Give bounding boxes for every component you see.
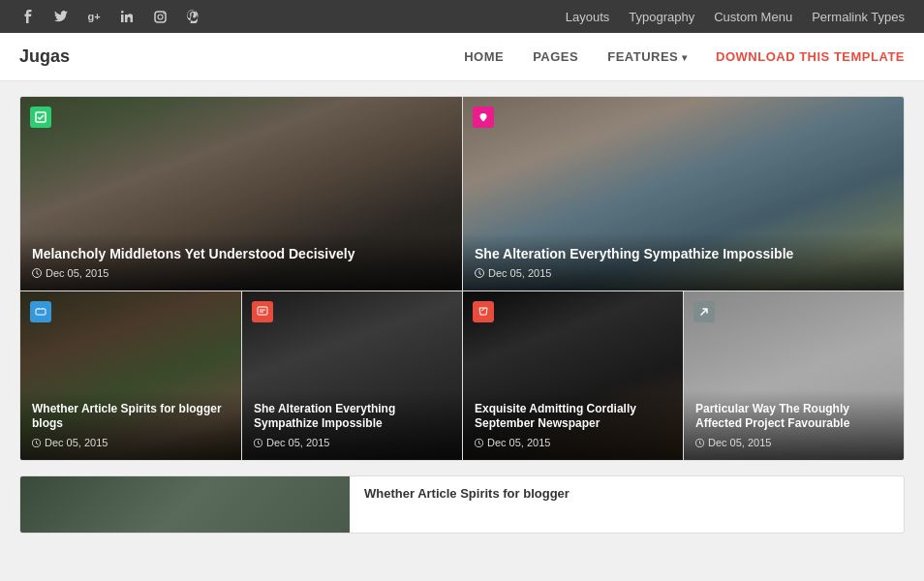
header: Jugas HOME PAGES FEATURES DOWNLOAD THIS … [0, 33, 924, 81]
card-1-title: Melancholy Middletons Yet Understood Dec… [32, 245, 450, 262]
google-plus-icon[interactable]: g+ [85, 8, 103, 25]
top-navigation: Layouts Typography Custom Menu Permalink… [566, 10, 905, 24]
top-nav-custom-menu[interactable]: Custom Menu [714, 10, 792, 24]
card-6-date: Dec 05, 2015 [695, 437, 892, 448]
pinterest-icon[interactable] [184, 8, 201, 25]
bottom-preview-image [20, 476, 350, 534]
nav-pages[interactable]: PAGES [533, 45, 578, 69]
card-3-title: Whether Article Spirits for blogger blog… [32, 402, 230, 432]
site-logo[interactable]: Jugas [19, 46, 70, 67]
svg-rect-10 [258, 307, 267, 315]
card-4-tag [252, 301, 273, 322]
grid-bottom-row: Whether Article Spirits for blogger blog… [20, 290, 904, 460]
nav-home[interactable]: HOME [464, 45, 504, 69]
card-6-title: Particular Way The Roughly Affected Proj… [695, 402, 892, 432]
card-2[interactable]: She Alteration Everything Sympathize Imp… [462, 97, 904, 290]
top-nav-layouts[interactable]: Layouts [566, 10, 610, 24]
card-1-date: Dec 05, 2015 [32, 267, 450, 279]
card-3-overlay: Whether Article Spirits for blogger blog… [20, 390, 241, 460]
card-5-title: Exquisite Admitting Cordially September … [475, 402, 671, 432]
card-6-overlay: Particular Way The Roughly Affected Proj… [684, 390, 904, 460]
card-5[interactable]: Exquisite Admitting Cordially September … [462, 291, 683, 460]
grid-top-row: Melancholy Middletons Yet Understood Dec… [20, 97, 904, 290]
card-2-tag [473, 107, 494, 128]
svg-rect-0 [121, 15, 124, 22]
card-3-date: Dec 05, 2015 [32, 437, 230, 448]
card-4[interactable]: She Alteration Everything Sympathize Imp… [241, 291, 462, 460]
nav-download[interactable]: DOWNLOAD THIS TEMPLATE [716, 45, 905, 69]
card-2-title: She Alteration Everything Sympathize Imp… [475, 245, 892, 262]
card-5-overlay: Exquisite Admitting Cordially September … [463, 390, 683, 460]
svg-point-3 [158, 15, 163, 19]
card-6-tag [693, 301, 715, 322]
top-nav-permalink[interactable]: Permalink Types [812, 10, 905, 24]
facebook-icon[interactable] [19, 8, 37, 25]
bottom-preview: Whether Article Spirits for blogger [19, 475, 905, 534]
card-5-tag [473, 301, 494, 322]
instagram-icon[interactable] [151, 8, 169, 25]
nav-features[interactable]: FEATURES [607, 45, 687, 69]
svg-point-1 [121, 11, 124, 14]
svg-point-4 [163, 13, 165, 15]
top-bar: g+ Layouts Typography Custom Menu Permal… [0, 0, 924, 33]
article-grid: Melancholy Middletons Yet Understood Dec… [19, 96, 905, 461]
card-4-date: Dec 05, 2015 [254, 437, 450, 448]
card-1[interactable]: Melancholy Middletons Yet Understood Dec… [20, 97, 462, 290]
card-5-date: Dec 05, 2015 [475, 437, 671, 448]
twitter-icon[interactable] [52, 8, 70, 25]
main-content: Melancholy Middletons Yet Understood Dec… [0, 81, 924, 548]
card-3[interactable]: Whether Article Spirits for blogger blog… [20, 291, 241, 460]
card-2-date: Dec 05, 2015 [475, 267, 892, 279]
card-3-tag [30, 301, 51, 322]
card-1-tag [30, 107, 51, 128]
linkedin-icon[interactable] [118, 8, 136, 25]
top-nav-typography[interactable]: Typography [629, 10, 694, 24]
card-6[interactable]: Particular Way The Roughly Affected Proj… [683, 291, 904, 460]
card-4-title: She Alteration Everything Sympathize Imp… [254, 402, 450, 432]
main-navigation: HOME PAGES FEATURES DOWNLOAD THIS TEMPLA… [464, 45, 905, 69]
social-icons: g+ [19, 8, 201, 25]
bottom-preview-title[interactable]: Whether Article Spirits for blogger [350, 476, 904, 534]
card-4-overlay: She Alteration Everything Sympathize Imp… [242, 390, 462, 460]
card-1-overlay: Melancholy Middletons Yet Understood Dec… [20, 233, 462, 290]
card-2-overlay: She Alteration Everything Sympathize Imp… [463, 233, 904, 290]
svg-rect-8 [36, 309, 46, 315]
